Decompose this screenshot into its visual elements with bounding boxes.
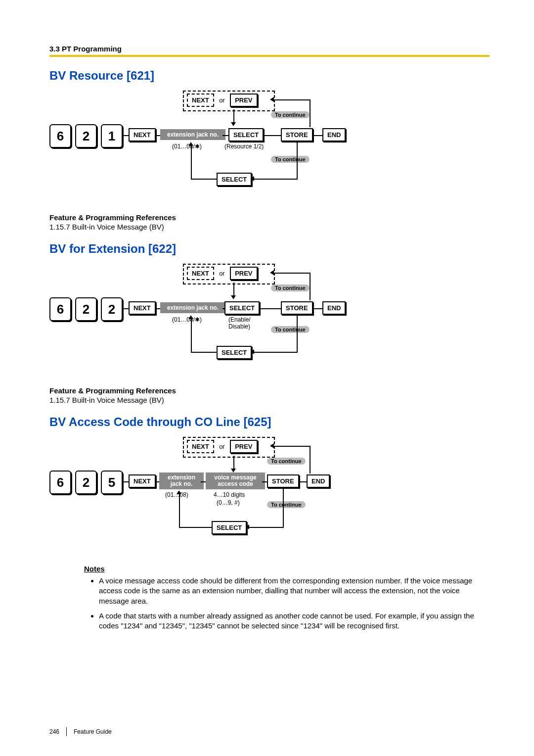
prev-button: PREV	[230, 94, 257, 107]
code-hint-2: (0…9, #)	[217, 499, 240, 506]
end-button-2: END	[322, 301, 346, 315]
digit-2d: 2	[75, 471, 97, 494]
next-alt-button-3: NEXT	[187, 440, 214, 453]
end-button-3: END	[307, 474, 330, 488]
voice-code-box: voice message access code	[206, 472, 265, 489]
store-button: STORE	[281, 128, 313, 142]
next-alt-button-2: NEXT	[187, 267, 214, 280]
select-loop-button: SELECT	[217, 173, 252, 186]
note-1: A voice message access code should be di…	[99, 576, 490, 606]
refs-heading-1: Feature & Programming References	[49, 213, 490, 222]
select-hint: (Resource 1/2)	[224, 143, 264, 150]
next-button: NEXT	[129, 128, 156, 142]
to-continue-pill-3: To continue	[271, 284, 310, 291]
store-button-2: STORE	[281, 301, 313, 315]
section-title-621: BV Resource [621]	[49, 69, 490, 83]
page-header: 3.3 PT Programming	[49, 45, 490, 55]
diagram-625: NEXT or PREV 6 2 5 NEXT extension jack n…	[49, 434, 490, 558]
diagram-621: NEXT or PREV 6 2 1 NEXT extension jack n…	[49, 88, 490, 206]
select-loop-button-3: SELECT	[212, 521, 247, 534]
ext-hint-2: (01…08/✱)	[172, 316, 202, 323]
digit-5: 5	[101, 471, 123, 494]
to-continue-pill-1: To continue	[271, 111, 310, 118]
to-continue-pill-2: To continue	[271, 156, 310, 163]
select-button-2: SELECT	[224, 301, 260, 315]
select-hint-2: (Enable/ Disable)	[228, 316, 251, 330]
end-button: END	[322, 128, 346, 142]
digit-2c: 2	[101, 297, 123, 321]
notes-heading: Notes	[84, 565, 490, 573]
code-hint-1: 4…10 digits	[214, 491, 245, 498]
digit-6b: 6	[49, 297, 71, 321]
dashed-next-prev-2: NEXT or PREV	[183, 264, 275, 284]
to-continue-pill-5: To continue	[267, 458, 306, 465]
ext-jack-box: extension jack no.	[160, 129, 225, 140]
header-rule	[49, 55, 490, 57]
dashed-next-prev-3: NEXT or PREV	[183, 437, 275, 458]
refs-heading-2: Feature & Programming References	[49, 386, 490, 395]
store-button-3: STORE	[267, 474, 299, 488]
ext-jack-box-2: extension jack no.	[160, 302, 225, 313]
note-2: A code that starts with a number already…	[99, 611, 490, 631]
next-button-3: NEXT	[129, 474, 156, 488]
refs-body-2: 1.15.7 Built-in Voice Message (BV)	[49, 396, 490, 404]
prev-button-2: PREV	[230, 267, 257, 280]
refs-body-1: 1.15.7 Built-in Voice Message (BV)	[49, 223, 490, 231]
or-label-3: or	[216, 440, 228, 450]
to-continue-pill-6: To continue	[267, 501, 306, 508]
next-alt-button: NEXT	[187, 94, 214, 107]
ext-hint: (01…08/✱)	[172, 143, 202, 150]
select-button: SELECT	[228, 128, 264, 142]
dashed-next-prev: NEXT or PREV	[183, 91, 275, 111]
digit-2: 2	[75, 124, 97, 148]
ext-jack-box-3: extension jack no.	[159, 472, 204, 489]
diagram-622: NEXT or PREV 6 2 2 NEXT extension jack n…	[49, 261, 490, 379]
digit-2b: 2	[75, 297, 97, 321]
section-title-625: BV Access Code through CO Line [625]	[49, 415, 490, 429]
section-title-622: BV for Extension [622]	[49, 242, 490, 256]
to-continue-pill-4: To continue	[271, 326, 310, 333]
digit-1: 1	[101, 124, 123, 148]
next-button-2: NEXT	[129, 301, 156, 315]
or-label-2: or	[216, 267, 228, 277]
notes-list: A voice message access code should be di…	[99, 576, 490, 631]
select-loop-button-2: SELECT	[217, 346, 252, 359]
digit-6c: 6	[49, 471, 71, 494]
or-label: or	[216, 94, 228, 104]
prev-button-3: PREV	[230, 440, 257, 453]
digit-6: 6	[49, 124, 71, 148]
